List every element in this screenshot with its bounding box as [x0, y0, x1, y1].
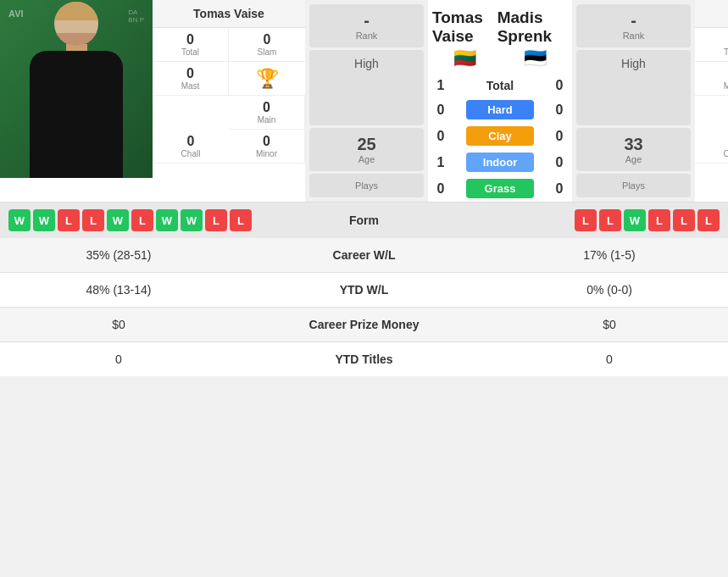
- ytd-titles-row: 0 YTD Titles 0: [0, 342, 728, 376]
- left-mast-label: Mast: [154, 81, 226, 91]
- prize-row: $0 Career Prize Money $0: [0, 308, 728, 342]
- left-slam-cell: 0 Slam: [229, 28, 305, 62]
- right-high-label: High: [581, 57, 686, 70]
- right-age-label: Age: [581, 154, 686, 164]
- left-total-match: 1: [428, 78, 453, 93]
- right-player-name: Madis Sprenk: [695, 0, 728, 28]
- form-badge: W: [156, 209, 178, 231]
- right-stat-cards: - Rank High 33 Age Plays: [572, 0, 695, 202]
- form-badge: L: [82, 209, 104, 231]
- right-mast-cell: 0 Mast: [695, 62, 728, 96]
- left-stat-cards: - Rank High 25 Age Plays: [305, 0, 428, 202]
- right-rank-label: Rank: [581, 31, 686, 41]
- left-minor-label: Minor: [231, 149, 303, 158]
- left-slam-value: 0: [231, 32, 303, 47]
- left-trophy-icon: 🏆: [256, 68, 279, 90]
- left-rank-label: Rank: [314, 31, 420, 41]
- right-total-cell: 0 Total: [695, 28, 728, 62]
- left-career-wl: 35% (28-51): [13, 248, 225, 262]
- left-mast-value: 0: [154, 66, 226, 81]
- ytd-wl-row: 48% (13-14) YTD W/L 0% (0-0): [0, 273, 728, 308]
- left-rank-value: -: [314, 11, 420, 31]
- form-badge: W: [181, 209, 203, 231]
- left-total-cell: 0 Total: [153, 28, 229, 62]
- form-badge: L: [58, 209, 80, 231]
- career-wl-row: 35% (28-51) Career W/L 17% (1-5): [0, 238, 728, 273]
- left-ytd-titles: 0: [13, 352, 225, 366]
- form-badge: L: [697, 209, 720, 231]
- right-player-info: Madis Sprenk 0 Total 0 Slam 0 Mast 🏆: [695, 0, 728, 202]
- right-age-value: 33: [581, 135, 686, 154]
- form-badge: W: [107, 209, 129, 231]
- left-name-header: Tomas Vaise: [432, 8, 497, 46]
- right-total-label: Total: [697, 47, 728, 57]
- form-badge: L: [673, 209, 695, 231]
- left-age-label: Age: [314, 154, 420, 164]
- form-badge: L: [205, 209, 227, 231]
- flags-row: 🇱🇹 🇪🇪: [428, 46, 572, 75]
- right-career-wl: 17% (1-5): [503, 248, 715, 262]
- right-total-match: 0: [547, 78, 572, 93]
- total-row: 1 Total 0: [428, 75, 572, 97]
- clay-row: 0 Clay 0: [428, 123, 572, 149]
- left-rank-card: - Rank: [309, 4, 424, 47]
- right-rank-card: - Rank: [576, 4, 691, 47]
- form-badge: L: [575, 209, 597, 231]
- center-column: Tomas Vaise Madis Sprenk 🇱🇹 🇪🇪 1 Total 0…: [428, 0, 572, 202]
- left-ytd-wl: 48% (13-14): [13, 283, 225, 297]
- form-badge: L: [230, 209, 252, 231]
- hard-row: 0 Hard 0: [428, 97, 572, 123]
- form-badge: L: [648, 209, 670, 231]
- left-chall-label: Chall: [154, 149, 227, 158]
- left-hard: 0: [428, 103, 453, 118]
- indoor-badge: Indoor: [466, 153, 534, 172]
- left-plays-label: Plays: [314, 180, 420, 191]
- left-main-cell: 0 Main: [229, 96, 305, 130]
- right-mast-value: 0: [697, 66, 728, 81]
- left-total-value: 0: [154, 32, 226, 47]
- left-player-photo: AVI DABN P: [0, 0, 153, 178]
- right-hard: 0: [547, 103, 572, 118]
- form-badge: W: [8, 209, 31, 231]
- left-player-name: Tomas Vaise: [153, 0, 305, 28]
- indoor-row: 1 Indoor 0: [428, 149, 572, 175]
- ytd-wl-label: YTD W/L: [225, 283, 503, 297]
- right-chall-value: 0: [697, 134, 728, 149]
- grass-row: 0 Grass 0: [428, 175, 572, 202]
- form-badge: W: [624, 209, 646, 231]
- prize-label: Career Prize Money: [225, 318, 503, 331]
- left-minor-value: 0: [231, 134, 303, 149]
- right-flag: 🇪🇪: [524, 47, 547, 69]
- right-plays-card: Plays: [576, 174, 691, 197]
- right-total-value: 0: [697, 32, 728, 47]
- total-label: Total: [466, 79, 534, 92]
- right-indoor: 0: [547, 155, 572, 170]
- right-ytd-titles: 0: [503, 352, 715, 366]
- left-player-info: Tomas Vaise 0 Total 0 Slam 0 Mast 🏆: [153, 0, 305, 202]
- right-ytd-wl: 0% (0-0): [503, 283, 715, 297]
- left-main-label: Main: [231, 115, 303, 125]
- left-age-value: 25: [314, 135, 420, 154]
- right-high-card: High: [576, 50, 691, 125]
- bottom-stats: 35% (28-51) Career W/L 17% (1-5) 48% (13…: [0, 238, 728, 376]
- left-prize: $0: [13, 318, 225, 331]
- main-container: AVI DABN P Tomas Vaise 0 Total: [0, 0, 728, 376]
- ytd-titles-label: YTD Titles: [225, 352, 503, 366]
- form-badge: W: [33, 209, 55, 231]
- left-flag: 🇱🇹: [453, 47, 476, 69]
- left-high-label: High: [314, 57, 420, 70]
- left-indoor: 1: [428, 155, 453, 170]
- left-chall-cell: 0 Chall: [153, 130, 229, 164]
- right-prize: $0: [503, 318, 715, 331]
- grass-badge: Grass: [466, 179, 534, 198]
- right-grass: 0: [547, 181, 572, 197]
- right-chall-label: Chall: [697, 149, 728, 158]
- left-total-label: Total: [154, 47, 226, 57]
- left-high-card: High: [309, 50, 424, 125]
- right-form-badges: LLWLLL: [449, 209, 720, 231]
- left-grass: 0: [428, 181, 453, 197]
- right-age-card: 33 Age: [576, 128, 691, 171]
- left-age-card: 25 Age: [309, 128, 424, 171]
- left-mast-cell: 0 Mast: [153, 62, 229, 96]
- form-badge: L: [131, 209, 153, 231]
